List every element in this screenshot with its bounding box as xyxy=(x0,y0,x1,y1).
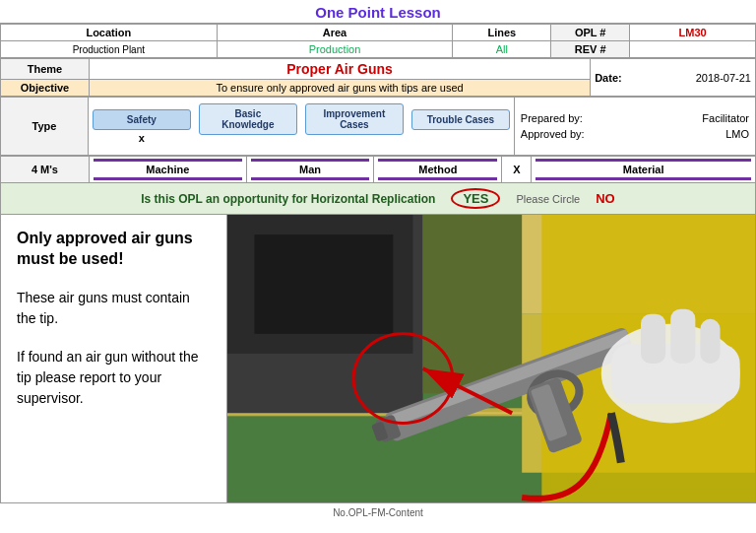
svg-rect-20 xyxy=(641,314,665,364)
type-btn-basic[interactable]: Basic Knowledge xyxy=(199,103,297,135)
location-value: Production Plant xyxy=(1,41,218,58)
machine-label: Machine xyxy=(146,164,189,175)
theme-value: Proper Air Guns xyxy=(89,59,590,80)
area-label: Area xyxy=(217,25,453,41)
page-title: One Point Lesson xyxy=(0,0,756,24)
image-panel xyxy=(227,215,755,502)
rev-value xyxy=(630,41,756,58)
date-label: Date: xyxy=(595,72,622,84)
machine-cell: Machine xyxy=(89,157,246,183)
page: One Point Lesson Location Area Lines OPL… xyxy=(0,0,756,522)
type-btn-trouble[interactable]: Trouble Cases xyxy=(411,109,510,130)
x-cell: X xyxy=(502,157,532,183)
objective-value: To ensure only approved air guns with ti… xyxy=(89,80,590,97)
type-btn-safety[interactable]: Safety xyxy=(93,109,191,130)
footer-text: No.OPL-FM-Content xyxy=(333,507,423,518)
yes-circle: YES xyxy=(451,188,500,209)
type-btn-safety-label: Safety xyxy=(101,114,182,125)
air-gun-image xyxy=(227,215,755,502)
rev-label: REV # xyxy=(551,41,630,58)
type-btn-trouble-label: Trouble Cases xyxy=(420,114,501,125)
date-cell: Date: 2018-07-21 xyxy=(591,59,756,97)
method-label: Method xyxy=(418,164,457,175)
horizontal-question: Is this OPL an opportunity for Horizonta… xyxy=(141,192,435,206)
theme-row: Theme Proper Air Guns Date: 2018-07-21 xyxy=(1,59,756,80)
material-cell: Material xyxy=(532,157,756,183)
opl-label: OPL # xyxy=(551,25,630,41)
type-btn-basic-label1: Basic xyxy=(208,108,288,119)
approved-value: LMO xyxy=(725,128,749,140)
theme-table: Theme Proper Air Guns Date: 2018-07-21 O… xyxy=(0,58,756,97)
svg-rect-7 xyxy=(423,215,523,393)
svg-rect-22 xyxy=(700,319,720,364)
location-label: Location xyxy=(1,25,218,41)
opl-value: LM30 xyxy=(630,25,756,41)
header-row-values: Production Plant Production All REV # xyxy=(1,41,756,58)
man-label: Man xyxy=(299,164,321,175)
method-cell: Method xyxy=(374,157,502,183)
area-value: Production xyxy=(217,41,453,58)
type-btn-improvement-label1: Improvement xyxy=(314,108,395,119)
material-label: Material xyxy=(623,164,664,175)
prepared-cell: Prepared by: Facilitator Approved by: LM… xyxy=(514,98,755,156)
lines-label: Lines xyxy=(453,25,551,41)
fourm-table: 4 M's Machine Man Method X xyxy=(0,156,756,183)
man-cell: Man xyxy=(246,157,374,183)
svg-rect-6 xyxy=(254,234,393,334)
objective-label: Objective xyxy=(1,80,90,97)
no-label: NO xyxy=(596,191,615,206)
type-btn-improvement-label2: Cases xyxy=(314,119,395,130)
type-table: Type Safety x Basic Knowledge xyxy=(0,97,756,156)
type-buttons-cell: Safety x Basic Knowledge x Improvement xyxy=(88,98,514,156)
fourm-row: 4 M's Machine Man Method X xyxy=(1,157,756,183)
text-panel: Only approved air guns must be used! The… xyxy=(1,215,227,502)
content-area: Only approved air guns must be used! The… xyxy=(0,215,756,503)
header-row-labels: Location Area Lines OPL # LM30 xyxy=(1,25,756,41)
safety-x: x xyxy=(139,132,145,144)
footer: No.OPL-FM-Content xyxy=(0,503,756,522)
content-paragraph2: If found an air gun without the tip plea… xyxy=(17,347,211,409)
fourm-x-marker: X xyxy=(513,164,520,175)
please-circle: Please Circle xyxy=(516,193,580,205)
prepared-label: Prepared by: xyxy=(521,112,583,124)
content-paragraph1: These air guns must contain the tip. xyxy=(17,288,211,329)
header-table: Location Area Lines OPL # LM30 Productio… xyxy=(0,24,756,58)
svg-rect-21 xyxy=(670,309,695,364)
approved-label: Approved by: xyxy=(521,128,585,140)
horizontal-row: Is this OPL an opportunity for Horizonta… xyxy=(0,183,756,215)
content-heading: Only approved air guns must be used! xyxy=(17,229,211,270)
date-value: 2018-07-21 xyxy=(696,72,751,84)
fourm-label: 4 M's xyxy=(1,157,90,183)
lines-value: All xyxy=(453,41,551,58)
prepared-value: Facilitator xyxy=(702,112,749,124)
theme-label: Theme xyxy=(1,59,90,80)
type-label: Type xyxy=(1,98,89,156)
title-text: One Point Lesson xyxy=(315,4,441,21)
type-row: Type Safety x Basic Knowledge xyxy=(1,98,756,156)
type-btn-basic-label2: Knowledge xyxy=(208,119,288,130)
type-btn-improvement[interactable]: Improvement Cases xyxy=(305,103,404,135)
